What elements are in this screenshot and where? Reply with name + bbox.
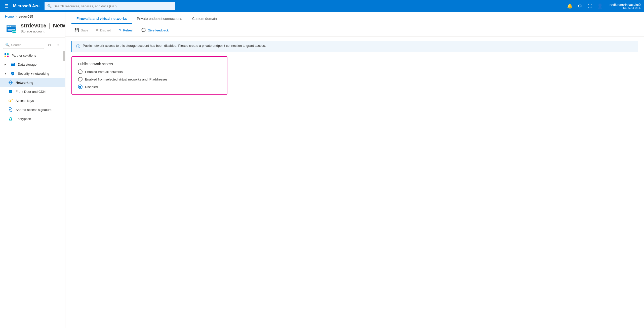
sidebar-item-partner-solutions[interactable]: Partner solutions bbox=[0, 51, 65, 60]
discard-label: Discard bbox=[100, 28, 111, 32]
topbar-icons: 🔔 ⚙ ⓘ 👤 bbox=[565, 2, 605, 11]
tab-private-endpoints-label: Private endpoint connections bbox=[137, 17, 182, 21]
user-name: ravikiransrinivasulu@ bbox=[610, 3, 641, 7]
global-search-box[interactable]: 🔍 bbox=[45, 2, 175, 10]
sidebar-item-front-door-cdn[interactable]: Front Door and CDN bbox=[0, 87, 65, 96]
info-banner: ⓘ Public network access to this storage … bbox=[71, 41, 638, 52]
account-icon[interactable]: 👤 bbox=[595, 2, 605, 11]
refresh-button[interactable]: ↻ Refresh bbox=[115, 26, 138, 34]
svg-point-2 bbox=[8, 26, 9, 27]
sidebar: Home > strdev015 bbox=[0, 12, 65, 328]
discard-icon: ✕ bbox=[95, 28, 99, 32]
tab-custom-domain-label: Custom domain bbox=[192, 17, 217, 21]
discard-button[interactable]: ✕ Discard bbox=[92, 26, 114, 34]
save-icon: 💾 bbox=[74, 28, 79, 32]
svg-point-27 bbox=[10, 119, 11, 120]
save-label: Save bbox=[81, 28, 88, 32]
svg-line-25 bbox=[10, 109, 11, 110]
sidebar-item-shared-access-signature[interactable]: Shared access signature bbox=[0, 105, 65, 114]
pna-label: Public network access bbox=[78, 62, 221, 66]
sidebar-item-encryption[interactable]: Encryption bbox=[0, 114, 65, 123]
radio-option-selected-networks[interactable]: Enabled from selected virtual networks a… bbox=[78, 77, 221, 81]
save-button[interactable]: 💾 Save bbox=[71, 26, 91, 34]
sidebar-search-icon: 🔍 bbox=[5, 43, 10, 47]
svg-rect-12 bbox=[5, 56, 6, 57]
search-icon: 🔍 bbox=[47, 4, 52, 8]
resource-header: strdev015 | Networking ☆ ⋯ Storage accou… bbox=[0, 18, 65, 38]
collapse-expand-icon: ▼ bbox=[4, 72, 7, 75]
svg-rect-15 bbox=[11, 63, 14, 64]
sidebar-item-label: Networking bbox=[16, 81, 33, 85]
svg-rect-10 bbox=[5, 53, 6, 55]
breadcrumb: Home > strdev015 bbox=[0, 12, 65, 18]
topbar: ☰ Microsoft Azu 🔍 🔔 ⚙ ⓘ 👤 ravikiransrini… bbox=[0, 0, 644, 12]
grid-icon bbox=[4, 53, 9, 58]
refresh-icon: ↻ bbox=[118, 28, 122, 32]
sidebar-nav: Partner solutions ► Data storage ▼ Secur… bbox=[0, 51, 65, 328]
sidebar-item-label: Front Door and CDN bbox=[16, 90, 46, 94]
sidebar-search-box[interactable]: 🔍 bbox=[3, 41, 44, 49]
tabs-bar: Firewalls and virtual networks Private e… bbox=[65, 14, 644, 24]
sidebar-search-input[interactable] bbox=[11, 43, 42, 47]
breadcrumb-home[interactable]: Home bbox=[5, 15, 14, 18]
radio-label-disabled: Disabled bbox=[85, 85, 98, 89]
resource-title-block: strdev015 | Networking ☆ ⋯ Storage accou… bbox=[21, 22, 65, 33]
collapse-icon[interactable]: « bbox=[55, 41, 62, 49]
sidebar-item-security-networking[interactable]: ▼ Security + networking bbox=[0, 69, 65, 78]
info-icon: ⓘ bbox=[76, 44, 80, 49]
radio-circle-disabled bbox=[78, 85, 83, 89]
radio-label-all-networks: Enabled from all networks bbox=[85, 70, 123, 74]
link-icon bbox=[8, 107, 13, 112]
user-directory: DEFAULT DIRE bbox=[623, 7, 641, 9]
tab-firewalls[interactable]: Firewalls and virtual networks bbox=[71, 14, 132, 24]
tab-private-endpoints[interactable]: Private endpoint connections @ravikirans bbox=[132, 14, 187, 24]
radio-circle-selected-networks bbox=[78, 77, 83, 81]
storage-account-icon bbox=[6, 23, 17, 34]
feedback-label: Give feedback bbox=[148, 28, 169, 32]
resource-page-name: Networking bbox=[53, 22, 65, 29]
frontdoor-icon bbox=[8, 89, 13, 94]
info-banner-text: Public network access to this storage ac… bbox=[83, 44, 266, 48]
resource-title: strdev015 | Networking ☆ ⋯ bbox=[21, 22, 65, 29]
radio-circle-all-networks bbox=[78, 69, 83, 74]
sidebar-item-label: Shared access signature bbox=[16, 108, 52, 112]
sidebar-item-label: Encryption bbox=[16, 117, 31, 121]
radio-label-selected-networks: Enabled from selected virtual networks a… bbox=[85, 77, 168, 81]
sidebar-item-data-storage[interactable]: ► Data storage bbox=[0, 60, 65, 69]
notifications-icon[interactable]: 🔔 bbox=[565, 2, 574, 11]
expand-icon: ► bbox=[4, 63, 7, 66]
lock-icon bbox=[8, 116, 13, 121]
svg-rect-16 bbox=[11, 65, 13, 65]
storage-icon bbox=[10, 62, 15, 67]
resource-separator: | bbox=[49, 22, 51, 29]
help-icon[interactable]: ⓘ bbox=[585, 2, 594, 11]
toolbar: 💾 Save ✕ Discard ↻ Refresh 💬 Give feedba… bbox=[65, 24, 644, 37]
svg-point-3 bbox=[10, 26, 11, 27]
feedback-button[interactable]: 💬 Give feedback bbox=[138, 26, 172, 34]
settings-icon[interactable]: ⚙ bbox=[575, 2, 584, 11]
hamburger-icon[interactable]: ☰ bbox=[3, 2, 10, 10]
scroll-indicator bbox=[63, 51, 65, 61]
resource-type: Storage account bbox=[21, 29, 65, 33]
breadcrumb-current: strdev015 bbox=[19, 15, 33, 18]
radio-option-all-networks[interactable]: Enabled from all networks bbox=[78, 69, 221, 74]
sidebar-item-networking[interactable]: Networking bbox=[0, 78, 65, 87]
svg-rect-11 bbox=[7, 53, 9, 55]
public-network-access-box: Public network access Enabled from all n… bbox=[71, 56, 227, 95]
sidebar-item-access-keys[interactable]: Access keys bbox=[0, 96, 65, 105]
breadcrumb-separator: > bbox=[15, 15, 17, 18]
filter-icon[interactable]: ⚯ bbox=[46, 41, 53, 49]
svg-rect-13 bbox=[7, 56, 9, 57]
resource-name: strdev015 bbox=[21, 22, 47, 29]
network-icon bbox=[8, 80, 13, 85]
radio-option-disabled[interactable]: Disabled bbox=[78, 85, 221, 89]
sidebar-item-label: Data storage bbox=[18, 63, 36, 66]
refresh-label: Refresh bbox=[123, 28, 135, 32]
tab-custom-domain[interactable]: Custom domain bbox=[187, 14, 222, 24]
global-search-input[interactable] bbox=[54, 4, 173, 8]
tab-firewalls-label: Firewalls and virtual networks bbox=[76, 17, 127, 21]
user-profile[interactable]: ravikiransrinivasulu@ DEFAULT DIRE bbox=[610, 3, 641, 9]
svg-point-21 bbox=[9, 100, 11, 102]
svg-rect-5 bbox=[8, 30, 13, 31]
main-layout: Home > strdev015 bbox=[0, 12, 644, 328]
